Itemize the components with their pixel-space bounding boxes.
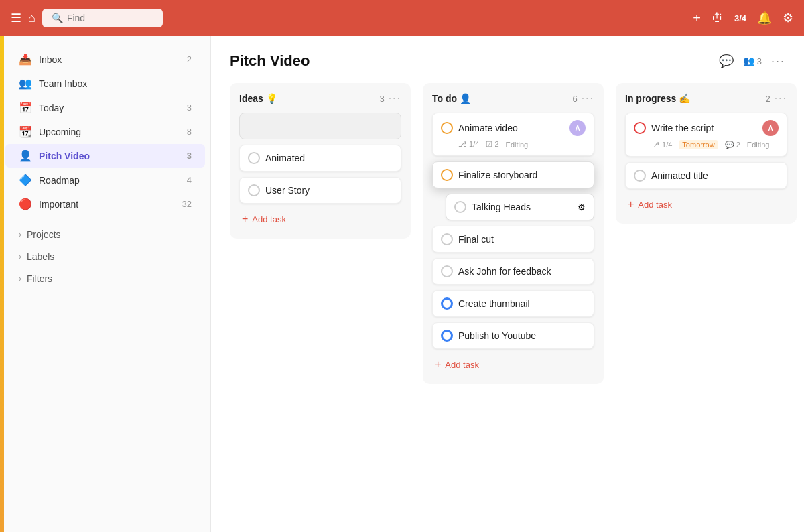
ideas-add-task-button[interactable]: + Add task <box>239 209 401 229</box>
topbar-left: ☰ ⌂ 🔍 <box>11 9 163 27</box>
task-row: Finalize storyboard <box>441 169 586 181</box>
hamburger-icon[interactable]: ☰ <box>11 11 21 25</box>
pitch-video-icon: 👤 <box>19 149 32 162</box>
sidebar-item-label: Team Inbox <box>39 78 192 89</box>
task-name: Animate video <box>458 123 564 133</box>
task-avatar: A <box>762 120 779 136</box>
task-card-finalize-storyboard[interactable]: Finalize storyboard <box>432 161 594 188</box>
members-icon[interactable]: 👥 3 <box>743 56 762 66</box>
task-card-ask-john[interactable]: Ask John for feedback <box>432 258 594 285</box>
sidebar-item-team-inbox[interactable]: 👥 Team Inbox <box>5 72 205 95</box>
add-icon[interactable]: + <box>693 11 701 26</box>
sidebar-item-inbox[interactable]: 📥 Inbox 2 <box>5 48 205 71</box>
task-card-animate-video[interactable]: Animate video A ⎇ 1/4 ☑ 2 Editing <box>432 113 594 156</box>
task-row: Animated title <box>634 170 779 182</box>
sidebar-section-projects[interactable]: › Projects <box>5 224 205 245</box>
column-in-progress: In progress ✍️ 2 ··· Write the script A … <box>616 83 797 224</box>
date-badge: Tomorrow <box>679 140 718 149</box>
task-card-user-story[interactable]: User Story <box>239 177 401 204</box>
task-name: Animated <box>265 153 393 163</box>
layout: 📥 Inbox 2 👥 Team Inbox 📅 Today 3 📆 Upcom… <box>0 0 804 532</box>
inbox-count: 2 <box>187 54 192 64</box>
search-bar[interactable]: 🔍 <box>42 9 163 27</box>
plus-icon: + <box>242 213 248 225</box>
task-card-animated-title[interactable]: Animated title <box>625 162 787 189</box>
settings-icon[interactable]: ⚙ <box>783 11 793 25</box>
comment-icon[interactable]: 💬 <box>719 54 734 68</box>
task-card-create-thumbnail[interactable]: Create thumbnail <box>432 290 594 317</box>
add-task-label: Add task <box>252 214 286 224</box>
task-card-animated[interactable]: Animated <box>239 145 401 172</box>
important-count: 32 <box>182 199 192 209</box>
todo-add-task-button[interactable]: + Add task <box>432 354 594 375</box>
sidebar-item-upcoming[interactable]: 📆 Upcoming 8 <box>5 120 205 143</box>
sidebar-item-pitch-video[interactable]: 👤 Pitch Video 3 <box>5 144 205 168</box>
topbar: ☰ ⌂ 🔍 + ⏱ 3/4 🔔 ⚙ <box>0 0 804 36</box>
column-ideas-header: Ideas 💡 3 ··· <box>239 92 401 105</box>
sidebar-section-filters[interactable]: › Filters <box>5 268 205 289</box>
home-icon[interactable]: ⌂ <box>28 11 36 25</box>
task-placeholder <box>239 113 401 139</box>
notification-icon[interactable]: 🔔 <box>757 11 772 25</box>
task-card-write-script[interactable]: Write the script A ⎇ 1/4 Tomorrow 💬 2 Ed… <box>625 113 787 157</box>
ideas-count: 3 <box>379 94 384 104</box>
plus-icon: + <box>628 198 634 210</box>
search-input[interactable] <box>67 13 154 23</box>
sidebar-item-label: Pitch Video <box>39 151 180 161</box>
task-name: User Story <box>265 185 393 196</box>
column-ideas: Ideas 💡 3 ··· Animated User Story <box>230 83 411 239</box>
task-row: Animated <box>248 152 393 164</box>
in-progress-more-button[interactable]: ··· <box>775 92 787 105</box>
gear-icon: ⚙ <box>578 202 586 212</box>
column-title: In progress ✍️ <box>625 93 761 104</box>
upcoming-icon: 📆 <box>19 125 32 138</box>
task-circle <box>634 170 646 182</box>
column-in-progress-header: In progress ✍️ 2 ··· <box>625 92 787 105</box>
page-header: Pitch Video 💬 👥 3 ··· <box>230 52 785 70</box>
task-card-publish-youtube[interactable]: Publish to Youtube <box>432 322 594 349</box>
task-name: Talking Heads <box>472 202 572 212</box>
sidebar-item-label: Today <box>39 103 180 113</box>
subtask-icon: ⎇ 1/4 <box>651 141 672 149</box>
search-icon: 🔍 <box>52 13 63 23</box>
task-name: Finalize storyboard <box>458 170 586 180</box>
task-card-talking-heads[interactable]: Talking Heads ⚙ <box>446 194 594 220</box>
labels-label: Labels <box>27 251 54 262</box>
left-accent <box>0 36 4 532</box>
team-inbox-icon: 👥 <box>19 77 32 90</box>
in-progress-count: 2 <box>765 94 770 104</box>
add-task-label: Add task <box>638 200 672 210</box>
task-circle <box>634 122 646 134</box>
sidebar-item-today[interactable]: 📅 Today 3 <box>5 96 205 119</box>
task-circle <box>441 169 453 181</box>
sidebar: 📥 Inbox 2 👥 Team Inbox 📅 Today 3 📆 Upcom… <box>0 36 211 532</box>
timer-icon[interactable]: ⏱ <box>712 11 724 25</box>
roadmap-count: 4 <box>187 175 192 185</box>
todo-more-button[interactable]: ··· <box>582 92 594 105</box>
task-card-final-cut[interactable]: Final cut <box>432 226 594 253</box>
progress-badge: 3/4 <box>734 13 746 23</box>
filters-chevron: › <box>19 274 21 283</box>
task-name: Create thumbnail <box>458 298 586 309</box>
sidebar-item-roadmap[interactable]: 🔷 Roadmap 4 <box>5 168 205 192</box>
plus-icon: + <box>435 358 441 371</box>
projects-chevron: › <box>19 230 21 239</box>
sidebar-section-labels[interactable]: › Labels <box>5 246 205 267</box>
ideas-more-button[interactable]: ··· <box>389 92 401 105</box>
task-circle <box>441 297 453 310</box>
task-row: Write the script A <box>634 120 779 136</box>
task-circle <box>441 265 453 277</box>
sidebar-item-important[interactable]: 🔴 Important 32 <box>5 192 205 216</box>
page-actions: 💬 👥 3 ··· <box>719 54 785 68</box>
inbox-icon: 📥 <box>19 53 32 66</box>
column-todo: To do 👤 6 ··· Animate video A ⎇ 1/4 ☑ 2 … <box>423 83 604 384</box>
column-title: Ideas 💡 <box>239 93 375 104</box>
more-options-icon[interactable]: ··· <box>771 54 785 68</box>
today-icon: 📅 <box>19 101 32 114</box>
in-progress-add-task-button[interactable]: + Add task <box>625 194 787 214</box>
filters-label: Filters <box>27 273 52 284</box>
task-row: Ask John for feedback <box>441 265 586 277</box>
topbar-right: + ⏱ 3/4 🔔 ⚙ <box>693 11 793 26</box>
todo-count: 6 <box>572 94 577 104</box>
roadmap-icon: 🔷 <box>19 174 32 186</box>
